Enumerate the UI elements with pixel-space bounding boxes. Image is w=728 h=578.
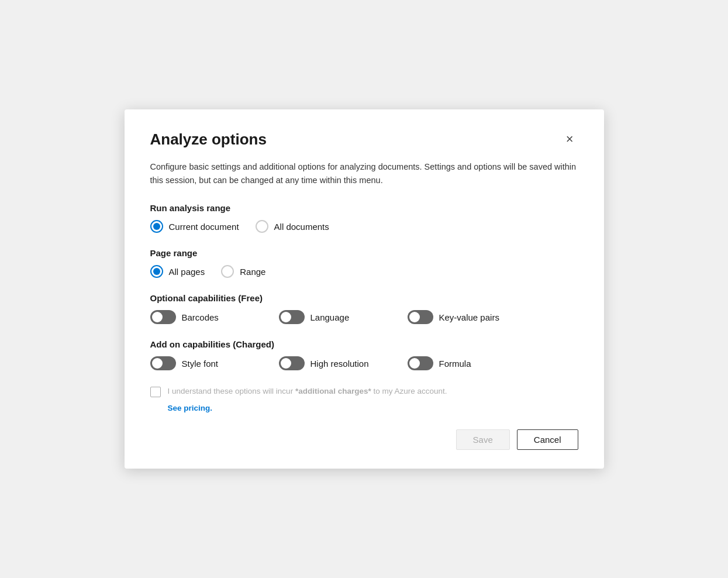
toggle-switch-language[interactable] [279,310,305,324]
dialog-description: Configure basic settings and additional … [150,160,578,187]
radio-label-all-documents: All documents [274,222,329,232]
toggle-switch-style-font[interactable] [150,356,176,370]
radio-range[interactable]: Range [221,265,265,278]
analyze-options-dialog: Analyze options × Configure basic settin… [125,109,604,468]
toggle-label-key-value-pairs: Key-value pairs [439,312,499,322]
toggle-switch-high-resolution[interactable] [279,356,305,370]
dialog-header: Analyze options × [150,130,578,149]
run-analysis-range-label: Run analysis range [150,203,578,213]
acknowledge-row: I understand these options will incur *a… [150,386,578,397]
toggle-switch-formula[interactable] [408,356,433,370]
radio-circle-all-documents [256,220,268,233]
toggle-switch-barcodes[interactable] [150,310,176,324]
optional-capabilities-group: Barcodes Language Key-value pairs [150,310,578,324]
acknowledge-text-before: I understand these options will incur [168,387,295,395]
toggle-switch-key-value-pairs[interactable] [408,310,433,324]
page-range-section: Page range All pages Range [150,248,578,278]
see-pricing-link[interactable]: See pricing. [168,404,213,412]
acknowledge-text-bold: *additional charges* [295,387,371,395]
run-analysis-range-group: Current document All documents [150,220,578,233]
toggle-language[interactable]: Language [279,310,384,324]
toggle-formula[interactable]: Formula [408,356,513,370]
optional-capabilities-label: Optional capabilities (Free) [150,293,578,303]
toggle-barcodes[interactable]: Barcodes [150,310,256,324]
radio-label-range: Range [240,267,265,277]
radio-label-all-pages: All pages [169,267,205,277]
optional-capabilities-section: Optional capabilities (Free) Barcodes La… [150,293,578,324]
radio-label-current-document: Current document [169,222,239,232]
toggle-style-font[interactable]: Style font [150,356,256,370]
toggle-high-resolution[interactable]: High resolution [279,356,384,370]
toggle-key-value-pairs[interactable]: Key-value pairs [408,310,513,324]
toggle-label-barcodes: Barcodes [182,312,219,322]
addon-capabilities-section: Add on capabilities (Charged) Style font… [150,339,578,370]
page-range-group: All pages Range [150,265,578,278]
dialog-title: Analyze options [150,130,267,149]
run-analysis-range-section: Run analysis range Current document All … [150,203,578,233]
cancel-button[interactable]: Cancel [517,429,578,450]
toggle-label-style-font: Style font [182,359,219,369]
radio-circle-current-document [150,220,163,233]
radio-current-document[interactable]: Current document [150,220,239,233]
acknowledge-text: I understand these options will incur *a… [168,386,447,397]
addon-capabilities-group: Style font High resolution Formula [150,356,578,370]
toggle-label-formula: Formula [439,359,471,369]
save-button[interactable]: Save [456,429,510,450]
acknowledge-text-after: to my Azure account. [371,387,447,395]
toggle-label-high-resolution: High resolution [310,359,369,369]
close-button[interactable]: × [561,130,578,148]
radio-all-pages[interactable]: All pages [150,265,205,278]
dialog-footer: Save Cancel [150,429,578,450]
toggle-label-language: Language [310,312,350,322]
radio-circle-all-pages [150,265,163,278]
radio-circle-range [221,265,234,278]
acknowledge-checkbox[interactable] [150,387,161,397]
radio-all-documents[interactable]: All documents [256,220,329,233]
addon-capabilities-label: Add on capabilities (Charged) [150,339,578,349]
page-range-label: Page range [150,248,578,258]
